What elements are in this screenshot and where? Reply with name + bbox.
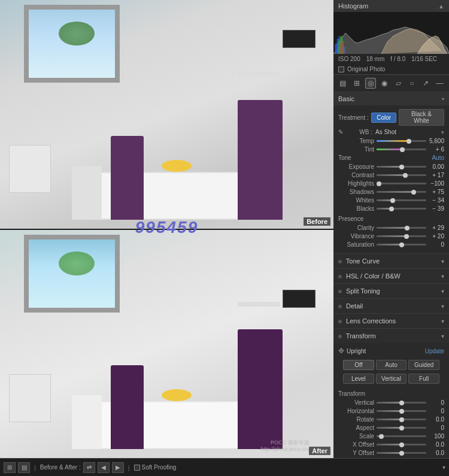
upright-level-btn[interactable]: Level: [343, 374, 374, 384]
settings-tool-icon[interactable]: —: [434, 78, 445, 89]
contrast-slider[interactable]: [377, 174, 426, 176]
lens-corrections-header[interactable]: Lens Corrections ▾: [333, 314, 449, 328]
vertical-slider[interactable]: [377, 402, 426, 404]
upright-auto-btn[interactable]: Auto: [376, 360, 407, 370]
exposure-slider[interactable]: [377, 166, 426, 168]
horizontal-slider[interactable]: [377, 410, 426, 412]
rotate-slider[interactable]: [377, 419, 426, 420]
rotate-value: 0.0: [426, 416, 444, 423]
tone-curve-arrow: ▾: [441, 258, 444, 265]
upright-btn-row1: Off Auto Guided: [338, 358, 444, 372]
wb-value: As Shot: [375, 129, 441, 135]
tint-label: Tint: [338, 146, 374, 153]
split-toning-dot: [338, 290, 342, 293]
upright-full-btn[interactable]: Full: [408, 374, 439, 384]
x-offset-value: 0.0: [426, 441, 444, 448]
saturation-label: Saturation: [338, 241, 374, 248]
graduated-tool-icon[interactable]: ▱: [393, 78, 404, 89]
lens-dot: [338, 320, 342, 323]
tone-curve-header[interactable]: Tone Curve ▾: [333, 254, 449, 268]
original-photo-checkbox[interactable]: [338, 66, 344, 72]
tone-auto-btn[interactable]: Auto: [432, 154, 444, 161]
detail-header[interactable]: Detail ▾: [333, 299, 449, 313]
blacks-slider[interactable]: [377, 208, 426, 210]
contrast-value: + 17: [426, 172, 444, 178]
whites-slider[interactable]: [377, 199, 426, 201]
upright-btn-row2: Level Vertical Full: [338, 372, 444, 386]
scale-label: Scale: [338, 433, 374, 439]
highlights-label: Highlights: [338, 180, 374, 187]
y-offset-slider[interactable]: [377, 452, 426, 454]
temp-label: Temp: [338, 138, 374, 144]
saturation-slider[interactable]: [377, 244, 426, 245]
eyedropper-symbol[interactable]: ✎: [338, 129, 343, 135]
transform-section: Transform ▾ ✥ Upright Update Off Auto: [333, 329, 449, 458]
highlights-slider[interactable]: [377, 183, 426, 184]
scale-value: 100: [426, 433, 444, 439]
horizontal-label: Horizontal: [338, 408, 374, 414]
hsl-arrow: ▾: [441, 273, 444, 280]
update-link[interactable]: Update: [425, 348, 444, 354]
nav-icon-1[interactable]: ⊞: [4, 462, 16, 473]
detail-title: Detail: [346, 302, 363, 310]
shadows-slider[interactable]: [377, 191, 426, 193]
original-photo-label: Original Photo: [347, 66, 385, 72]
detail-dot: [338, 305, 342, 308]
horizontal-value: 0: [426, 408, 444, 414]
bw-btn[interactable]: Black & White: [399, 109, 444, 126]
dropdown-arrow[interactable]: ▾: [442, 464, 445, 471]
whites-label: Whites: [338, 197, 374, 204]
clarity-slider[interactable]: [377, 227, 426, 229]
temp-slider[interactable]: [377, 140, 426, 142]
right-panel: Histogram ▲: [333, 0, 449, 458]
spot-tool-icon[interactable]: ◎: [365, 78, 376, 89]
nav-swap-icon[interactable]: ⇄: [83, 462, 95, 473]
scale-slider[interactable]: [377, 435, 426, 437]
x-offset-label: X Offset: [338, 441, 374, 448]
split-toning-section: Split Toning ▾: [333, 284, 449, 299]
clarity-value: + 29: [426, 225, 444, 231]
tone-curve-section: Tone Curve ▾: [333, 254, 449, 269]
hsl-header[interactable]: HSL / Color / B&W ▾: [333, 269, 449, 283]
exposure-label: Exposure: [338, 163, 374, 170]
histogram-expand-icon[interactable]: ▲: [438, 3, 444, 10]
upright-vertical-btn[interactable]: Vertical: [376, 374, 407, 384]
soft-proof-checkbox[interactable]: [134, 465, 140, 471]
transform-header[interactable]: Transform ▾: [333, 329, 449, 343]
wb-dropdown-icon[interactable]: ▾: [441, 129, 444, 135]
watermark: 995459: [135, 218, 198, 229]
basic-header[interactable]: Basic ▾: [333, 92, 449, 105]
color-btn[interactable]: Color: [371, 113, 396, 123]
histogram-title: Histogram: [338, 2, 368, 10]
basic-section: Basic ▾ Treatment : Color Black & White …: [333, 92, 449, 254]
redeye-tool-icon[interactable]: ◉: [379, 78, 390, 89]
contrast-label: Contrast: [338, 172, 374, 178]
adjustment-tool-icon[interactable]: ↗: [420, 78, 431, 89]
upright-off-btn[interactable]: Off: [343, 360, 374, 370]
nav-icon-2[interactable]: ▤: [18, 462, 30, 473]
basic-content: Treatment : Color Black & White ✎ WB : A…: [333, 105, 449, 253]
x-offset-slider[interactable]: [377, 444, 426, 445]
histogram-tool-icon[interactable]: ▤: [338, 78, 348, 89]
aspect-slider[interactable]: [377, 427, 426, 429]
vibrance-value: + 20: [426, 233, 444, 239]
vibrance-label: Vibrance: [338, 233, 374, 239]
poco-watermark: POCO 摄影专题 http://photo.poco.cn/: [260, 439, 310, 453]
before-after-label: Before & After :: [40, 464, 81, 471]
nav-next-icon[interactable]: ▶: [112, 462, 124, 473]
nav-prev-icon[interactable]: ◀: [98, 462, 110, 473]
radial-tool-icon[interactable]: ○: [406, 78, 417, 89]
aspect-label: Aspect: [338, 425, 374, 431]
transform-content: ✥ Upright Update Off Auto Guided Level V…: [333, 343, 449, 458]
upright-guided-btn[interactable]: Guided: [408, 360, 439, 370]
temp-value: 5,600: [426, 138, 444, 144]
vibrance-slider[interactable]: [377, 235, 426, 237]
split-toning-header[interactable]: Split Toning ▾: [333, 284, 449, 298]
crop-tool-icon[interactable]: ⊞: [351, 78, 362, 89]
bottom-right: ▾: [439, 464, 449, 471]
tint-slider[interactable]: [377, 148, 426, 150]
blacks-label: Blacks: [338, 205, 374, 212]
presence-label: Presence: [338, 216, 363, 222]
iso-value: ISO 200: [338, 56, 360, 62]
hsl-title: HSL / Color / B&W: [346, 272, 401, 280]
